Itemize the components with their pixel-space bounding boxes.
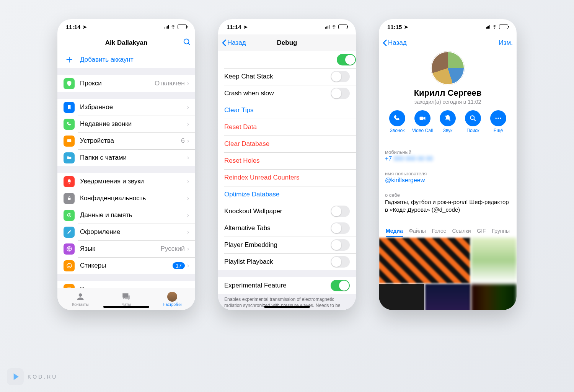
toggle-crash-slow[interactable] [331, 88, 350, 99]
back-button[interactable]: Назад [383, 39, 407, 47]
search-icon [465, 110, 481, 126]
svg-rect-4 [67, 139, 71, 142]
shield-icon [64, 78, 75, 89]
segment-tabs: Медиа Файлы Голос Ссылки GIF Группы [379, 225, 517, 237]
favorites-row[interactable]: Избранное › [57, 99, 195, 116]
toggle-keep-chat-stack[interactable] [331, 71, 350, 82]
media-thumb[interactable] [471, 238, 517, 283]
crash-slow-row: Crash when slow [218, 85, 356, 102]
toggle-player-embed[interactable] [331, 239, 350, 251]
crash-slow-label: Crash when slow [224, 90, 331, 97]
folder-icon [64, 152, 75, 163]
devices-label: Устройства [80, 137, 181, 145]
stickers-badge: 17 [173, 262, 185, 269]
action-search[interactable]: Поиск [461, 110, 484, 133]
seg-groups[interactable]: Группы [492, 225, 510, 237]
avatar[interactable] [431, 51, 465, 85]
seg-media[interactable]: Медиа [386, 225, 403, 237]
toggle-knockout[interactable] [331, 206, 350, 217]
plus-icon [64, 54, 75, 65]
action-more[interactable]: Ещё [487, 110, 510, 133]
chats-icon [121, 292, 132, 302]
help-row[interactable]: Помощь › [57, 281, 195, 288]
action-mute[interactable]: Звук [436, 110, 459, 133]
seg-links[interactable]: Ссылки [452, 225, 471, 237]
reset-data-row[interactable]: Reset Data [218, 119, 356, 136]
notifications-row[interactable]: Уведомления и звуки › [57, 173, 195, 190]
username-block[interactable]: имя пользователя @kirillsergeew [379, 166, 517, 184]
bell-icon [64, 176, 75, 187]
location-icon: ➤ [83, 24, 87, 30]
reindex-row[interactable]: Reindex Unread Counters [218, 169, 356, 186]
clear-db-label: Clear Database [224, 140, 350, 148]
appearance-row[interactable]: Оформление › [57, 224, 195, 240]
globe-icon [64, 243, 75, 255]
tab-contacts[interactable]: Контакты [57, 288, 103, 310]
media-thumb[interactable] [379, 238, 470, 283]
chevron-right-icon: › [187, 229, 189, 235]
search-button[interactable] [183, 38, 191, 48]
phone-icon [64, 119, 75, 130]
home-indicator [264, 306, 310, 308]
privacy-row[interactable]: Конфиденциальность › [57, 190, 195, 207]
nav-header: Назад Изм. [379, 34, 517, 51]
toggle-playlist[interactable] [331, 256, 350, 268]
clear-tips-row[interactable]: Clear Tips [218, 102, 356, 119]
svg-line-14 [474, 119, 476, 121]
add-account-row[interactable]: Добавить аккаунт [57, 51, 195, 68]
seg-files[interactable]: Файлы [409, 225, 426, 237]
back-button[interactable]: Назад [222, 39, 246, 47]
language-row[interactable]: Язык Русский › [57, 240, 195, 257]
action-video[interactable]: Video Call [411, 110, 434, 133]
svg-point-17 [500, 118, 501, 119]
mobile-value: +7 000 000 00 00 [385, 155, 510, 162]
home-indicator [103, 306, 149, 308]
recent-calls-row[interactable]: Недавние звонки › [57, 116, 195, 132]
chat-folders-row[interactable]: Папки с чатами › [57, 149, 195, 166]
mobile-block[interactable]: мобильный +7 000 000 00 00 [379, 145, 517, 162]
proxy-label: Прокси [80, 80, 155, 87]
optimize-row[interactable]: Optimize Database [218, 186, 356, 203]
stickers-row[interactable]: Стикеры 17 › [57, 257, 195, 274]
chevron-right-icon: › [187, 137, 189, 144]
contacts-icon [75, 292, 85, 302]
devices-row[interactable]: Устройства 6 › [57, 132, 195, 149]
alt-tabs-row: Alternative Tabs [218, 220, 356, 237]
action-search-label: Поиск [466, 128, 479, 133]
action-video-label: Video Call [412, 128, 433, 133]
media-thumb[interactable] [471, 284, 517, 310]
media-thumb[interactable] [425, 284, 471, 310]
phone-debug: 11:14➤ Назад Debug Keep Chat Stack [218, 19, 356, 310]
stickers-label: Стикеры [80, 262, 173, 270]
battery-icon [338, 24, 347, 29]
toggle-alt-tabs[interactable] [331, 222, 350, 234]
edit-button[interactable]: Изм. [499, 39, 513, 47]
phone-settings: 11:14➤ Aik Dallakyan Добавить аккаунт Пр… [57, 19, 195, 310]
mobile-label: мобильный [385, 149, 510, 155]
nav-header: Назад Debug [218, 34, 356, 51]
knockout-row: Knockout Wallpaper [218, 203, 356, 220]
data-row[interactable]: Данные и память › [57, 207, 195, 224]
reset-holes-label: Reset Holes [224, 157, 350, 165]
tab-settings[interactable]: Настройки [149, 288, 195, 310]
language-label: Язык [80, 245, 161, 253]
action-mute-label: Звук [443, 128, 453, 133]
clear-db-row[interactable]: Clear Database [218, 136, 356, 152]
action-call[interactable]: Звонок [386, 110, 409, 133]
svg-point-7 [67, 263, 72, 268]
username-value: @kirillsergeew [385, 177, 510, 184]
chevron-right-icon: › [187, 104, 189, 111]
seg-gif[interactable]: GIF [477, 225, 486, 237]
watermark-logo-icon [7, 368, 24, 385]
keep-chat-stack-label: Keep Chat Stack [224, 73, 331, 80]
svg-point-13 [470, 116, 474, 119]
proxy-row[interactable]: Прокси Отключен › [57, 75, 195, 92]
bio-label: о себе [385, 192, 510, 198]
location-icon: ➤ [404, 24, 408, 30]
media-thumb[interactable] [379, 284, 424, 310]
reset-holes-row[interactable]: Reset Holes [218, 152, 356, 169]
seg-voice[interactable]: Голос [432, 225, 446, 237]
avatar-icon [167, 292, 177, 302]
toggle-experimental[interactable] [331, 280, 350, 291]
toggle-partial[interactable] [337, 54, 356, 65]
